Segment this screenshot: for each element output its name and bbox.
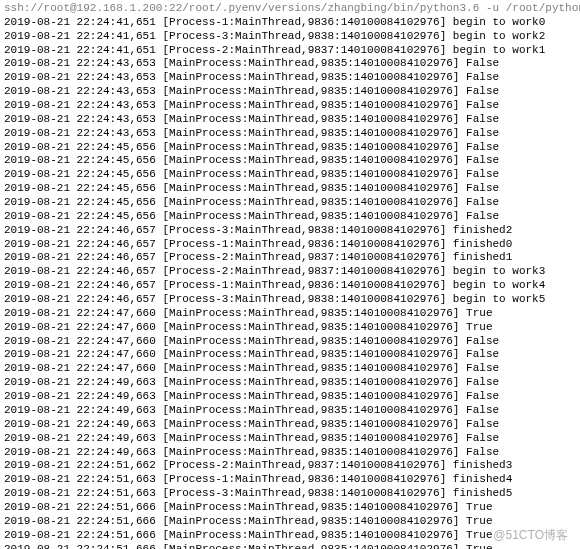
log-line: 2019-08-21 22:24:45,656 [MainProcess:Mai… [0,182,580,196]
log-line: 2019-08-21 22:24:43,653 [MainProcess:Mai… [0,127,580,141]
log-line: 2019-08-21 22:24:51,663 [Process-1:MainT… [0,473,580,487]
log-output-container: 2019-08-21 22:24:41,651 [Process-1:MainT… [0,16,580,549]
log-line: 2019-08-21 22:24:47,660 [MainProcess:Mai… [0,307,580,321]
log-line: 2019-08-21 22:24:49,663 [MainProcess:Mai… [0,376,580,390]
log-line: 2019-08-21 22:24:47,660 [MainProcess:Mai… [0,362,580,376]
log-line: 2019-08-21 22:24:45,656 [MainProcess:Mai… [0,196,580,210]
log-line: 2019-08-21 22:24:46,657 [Process-1:MainT… [0,279,580,293]
log-line: 2019-08-21 22:24:49,663 [MainProcess:Mai… [0,404,580,418]
log-line: 2019-08-21 22:24:43,653 [MainProcess:Mai… [0,57,580,71]
log-line: 2019-08-21 22:24:49,663 [MainProcess:Mai… [0,446,580,460]
log-line: 2019-08-21 22:24:45,656 [MainProcess:Mai… [0,154,580,168]
log-line: 2019-08-21 22:24:46,657 [Process-2:MainT… [0,265,580,279]
log-line: 2019-08-21 22:24:43,653 [MainProcess:Mai… [0,85,580,99]
log-line: 2019-08-21 22:24:41,651 [Process-3:MainT… [0,30,580,44]
log-line: 2019-08-21 22:24:46,657 [Process-2:MainT… [0,251,580,265]
log-line: 2019-08-21 22:24:41,651 [Process-2:MainT… [0,44,580,58]
log-line: 2019-08-21 22:24:41,651 [Process-1:MainT… [0,16,580,30]
ssh-connection-header: ssh://root@192.168.1.200:22/root/.pyenv/… [0,0,580,16]
log-line: 2019-08-21 22:24:51,662 [Process-2:MainT… [0,459,580,473]
log-line: 2019-08-21 22:24:43,653 [MainProcess:Mai… [0,113,580,127]
log-line: 2019-08-21 22:24:47,660 [MainProcess:Mai… [0,335,580,349]
log-line: 2019-08-21 22:24:51,666 [MainProcess:Mai… [0,515,580,529]
log-line: 2019-08-21 22:24:45,656 [MainProcess:Mai… [0,168,580,182]
log-line: 2019-08-21 22:24:47,660 [MainProcess:Mai… [0,321,580,335]
log-line: 2019-08-21 22:24:46,657 [Process-3:MainT… [0,293,580,307]
log-line: 2019-08-21 22:24:49,663 [MainProcess:Mai… [0,418,580,432]
log-line: 2019-08-21 22:24:45,656 [MainProcess:Mai… [0,141,580,155]
log-line: 2019-08-21 22:24:45,656 [MainProcess:Mai… [0,210,580,224]
log-line: 2019-08-21 22:24:47,660 [MainProcess:Mai… [0,348,580,362]
log-line: 2019-08-21 22:24:51,666 [MainProcess:Mai… [0,543,580,549]
watermark-text: @51CTO博客 [493,528,568,543]
log-line: 2019-08-21 22:24:49,663 [MainProcess:Mai… [0,432,580,446]
log-line: 2019-08-21 22:24:43,653 [MainProcess:Mai… [0,99,580,113]
log-line: 2019-08-21 22:24:46,657 [Process-3:MainT… [0,224,580,238]
log-line: 2019-08-21 22:24:43,653 [MainProcess:Mai… [0,71,580,85]
log-line: 2019-08-21 22:24:51,666 [MainProcess:Mai… [0,501,580,515]
log-line: 2019-08-21 22:24:51,663 [Process-3:MainT… [0,487,580,501]
log-line: 2019-08-21 22:24:49,663 [MainProcess:Mai… [0,390,580,404]
log-line: 2019-08-21 22:24:46,657 [Process-1:MainT… [0,238,580,252]
